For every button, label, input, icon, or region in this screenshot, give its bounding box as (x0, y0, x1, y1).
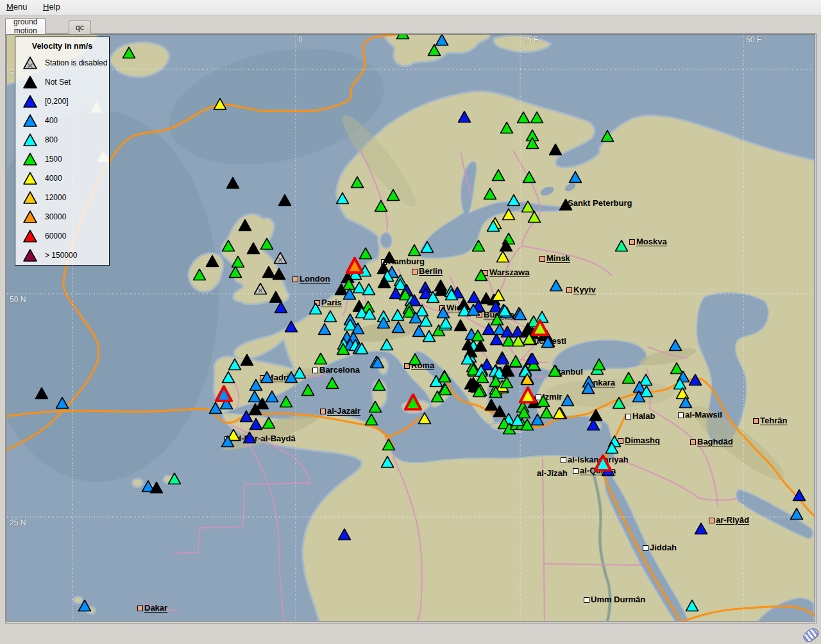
station-marker[interactable] (671, 363, 683, 374)
station-marker[interactable] (241, 355, 253, 366)
station-marker[interactable] (602, 131, 614, 142)
station-marker[interactable] (409, 354, 421, 365)
station-marker[interactable] (501, 123, 513, 133)
station-marker[interactable] (486, 400, 498, 411)
station-marker[interactable] (351, 177, 364, 188)
map-viewport[interactable]: 25 W025 E50 E75 N50 N25 N LondonParisMad… (6, 34, 815, 622)
station-marker[interactable] (337, 193, 349, 204)
station-marker[interactable] (392, 310, 404, 321)
station-marker[interactable] (302, 385, 314, 396)
station-marker[interactable] (36, 388, 48, 399)
station-marker[interactable] (421, 242, 434, 253)
station-marker[interactable] (562, 395, 574, 406)
station-marker[interactable] (550, 144, 562, 155)
station-marker[interactable] (436, 35, 448, 46)
station-marker[interactable] (280, 396, 292, 407)
station-marker[interactable] (275, 253, 287, 264)
station-marker[interactable] (310, 303, 322, 314)
station-marker[interactable] (373, 380, 385, 391)
station-marker[interactable] (326, 378, 339, 389)
station-marker[interactable] (459, 112, 471, 123)
station-marker[interactable] (270, 292, 282, 303)
station-marker[interactable] (263, 267, 275, 278)
station-marker[interactable] (360, 248, 372, 259)
menu-item-menu[interactable]: Menu (0, 0, 34, 13)
menu-item-help[interactable]: Help (37, 0, 67, 13)
station-marker[interactable] (613, 398, 625, 409)
station-marker[interactable] (416, 305, 428, 316)
station-marker[interactable] (273, 269, 285, 280)
station-marker[interactable] (537, 396, 550, 407)
station-marker[interactable] (393, 322, 405, 333)
station-marker[interactable] (531, 112, 543, 123)
station-marker[interactable] (381, 339, 393, 350)
station-marker[interactable] (473, 241, 485, 251)
station-marker[interactable] (194, 269, 206, 280)
station-marker[interactable] (207, 256, 219, 267)
station-marker[interactable] (497, 251, 509, 262)
tab-qc[interactable]: qc (69, 21, 91, 34)
station-marker[interactable] (383, 439, 395, 450)
station-marker[interactable] (248, 243, 260, 254)
station-marker[interactable] (79, 600, 91, 611)
station-marker[interactable] (382, 457, 394, 468)
station-marker[interactable] (670, 340, 682, 351)
station-marker[interactable] (541, 407, 553, 418)
station-marker[interactable] (503, 209, 515, 220)
station-marker[interactable] (690, 375, 702, 386)
station-marker[interactable] (397, 35, 409, 39)
station-marker-alert[interactable] (595, 456, 611, 471)
station-marker[interactable] (593, 359, 605, 370)
station-marker[interactable] (261, 372, 273, 383)
station-marker[interactable] (420, 316, 432, 326)
station-marker[interactable] (319, 324, 331, 335)
station-marker[interactable] (261, 239, 273, 250)
station-marker[interactable] (686, 600, 698, 611)
station-marker[interactable] (366, 414, 378, 425)
station-marker[interactable] (439, 371, 451, 382)
station-marker[interactable] (455, 320, 467, 331)
station-marker[interactable] (56, 398, 69, 409)
station-marker[interactable] (244, 432, 256, 443)
station-marker[interactable] (484, 189, 496, 199)
station-marker[interactable] (640, 375, 652, 386)
station-marker[interactable] (491, 334, 503, 345)
station-marker[interactable] (275, 302, 287, 313)
station-marker[interactable] (793, 490, 806, 501)
station-marker[interactable] (493, 170, 505, 181)
station-marker[interactable] (263, 418, 275, 428)
station-marker[interactable] (695, 523, 707, 534)
station-marker[interactable] (229, 359, 241, 370)
station-marker[interactable] (536, 312, 548, 323)
station-marker[interactable] (227, 178, 239, 189)
station-marker[interactable] (529, 212, 541, 223)
station-marker[interactable] (250, 380, 262, 391)
station-marker[interactable] (616, 241, 628, 251)
station-marker[interactable] (508, 195, 520, 206)
station-marker[interactable] (550, 280, 563, 291)
station-marker[interactable] (285, 321, 298, 332)
station-marker[interactable] (210, 403, 222, 414)
station-marker[interactable] (375, 201, 387, 212)
station-marker[interactable] (384, 252, 396, 263)
station-marker[interactable] (428, 45, 441, 56)
station-marker[interactable] (518, 112, 530, 123)
station-marker[interactable] (369, 402, 382, 412)
station-marker[interactable] (239, 220, 251, 231)
station-marker[interactable] (223, 372, 235, 383)
station-marker[interactable] (413, 326, 425, 337)
station-marker[interactable] (279, 195, 291, 206)
station-marker[interactable] (419, 413, 431, 424)
station-marker[interactable] (339, 529, 351, 540)
station-marker[interactable] (522, 201, 534, 212)
station-marker[interactable] (570, 172, 582, 183)
station-marker-alert[interactable] (216, 387, 232, 402)
station-marker[interactable] (623, 373, 635, 384)
station-marker[interactable] (523, 172, 536, 183)
station-marker[interactable] (510, 356, 522, 367)
station-marker[interactable] (440, 318, 452, 328)
station-marker[interactable] (249, 391, 261, 402)
station-marker[interactable] (437, 307, 450, 318)
station-marker[interactable] (223, 241, 235, 251)
station-marker[interactable] (232, 257, 244, 267)
